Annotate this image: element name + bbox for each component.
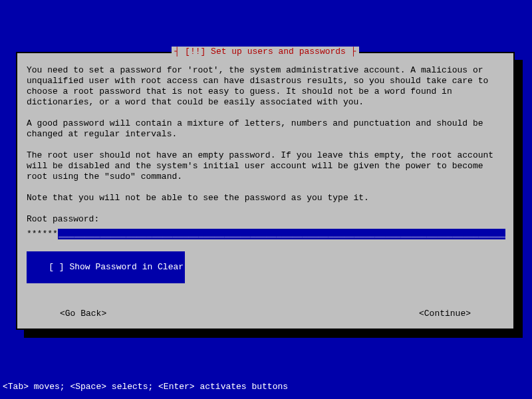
title-decor-right: ├ — [346, 47, 356, 57]
body-p2: A good password will contain a mixture o… — [27, 118, 504, 140]
show-password-checkbox[interactable]: [ ] Show Password in Clear — [27, 251, 185, 283]
title-decor-left: ┤ — [174, 47, 185, 57]
checkbox-state: [ ] — [49, 262, 64, 272]
body-p1: You need to set a password for 'root', t… — [27, 65, 504, 108]
dialog-title: ┤ [!!] Set up users and passwords ├ — [172, 47, 358, 57]
password-label: Root password: — [27, 214, 504, 225]
dialog-title-bar: ┤ [!!] Set up users and passwords ├ — [17, 47, 513, 57]
checkbox-label: Show Password in Clear — [69, 262, 184, 272]
body-p4: Note that you will not be able to see th… — [27, 193, 504, 203]
password-underline: ________________________________________… — [59, 229, 505, 239]
dialog: ┤ [!!] Set up users and passwords ├ You … — [16, 52, 515, 330]
continue-button[interactable]: <Continue> — [386, 309, 504, 319]
password-input[interactable]: ****** _________________________________… — [27, 229, 505, 239]
go-back-button[interactable]: <Go Back> — [27, 309, 140, 319]
body-p3: The root user should not have an empty p… — [27, 150, 504, 182]
hint-bar: <Tab> moves; <Space> selects; <Enter> ac… — [3, 382, 288, 392]
password-masked: ****** — [27, 229, 58, 239]
nav-row: <Go Back> <Continue> — [27, 309, 504, 319]
title-text: [!!] Set up users and passwords — [185, 47, 346, 57]
